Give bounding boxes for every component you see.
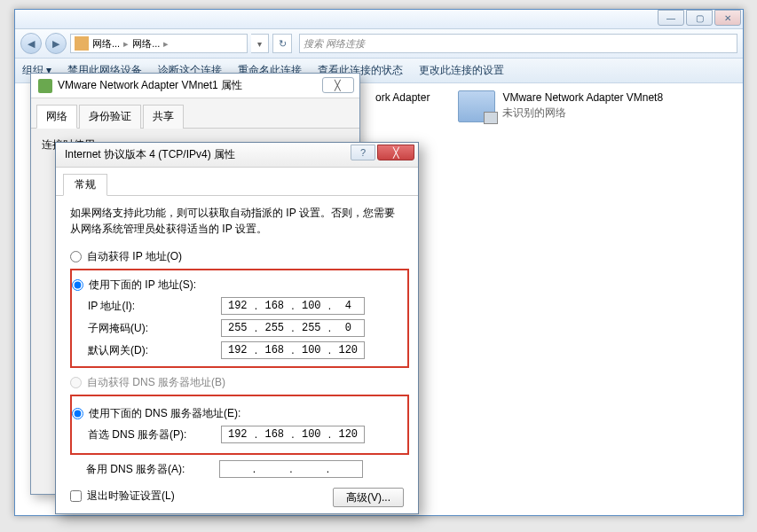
radio-input[interactable] (70, 251, 82, 262)
breadcrumb-seg[interactable]: 网络... (92, 37, 120, 51)
adapter-icon (458, 90, 495, 122)
radio-auto-dns: 自动获得 DNS 服务器地址(B) (70, 375, 404, 390)
dialog-titlebar: VMware Network Adapter VMnet1 属性 ╳ (31, 74, 359, 98)
minimize-button[interactable]: — (658, 10, 684, 26)
adapter-item[interactable]: ork Adapter (375, 90, 430, 106)
breadcrumb-seg[interactable]: 网络... (132, 37, 160, 51)
nav-back-button[interactable]: ◀ (20, 33, 42, 54)
radio-input[interactable] (72, 279, 83, 291)
adapter-item[interactable]: VMware Network Adapter VMnet8 未识别的网络 (458, 90, 663, 122)
gateway-input[interactable]: 192. 168. 100. 120 (221, 341, 365, 359)
mask-input[interactable]: 255. 255. 255. 0 (221, 319, 365, 337)
tab-share[interactable]: 共享 (143, 105, 184, 129)
explorer-titlebar: — ▢ ✕ (15, 10, 743, 29)
search-placeholder: 搜索 网络连接 (304, 37, 365, 51)
explorer-navbar: ◀ ▶ 网络... ▸ 网络... ▸ ▾ ↻ 搜索 网络连接 (15, 29, 743, 59)
radio-label: 使用下面的 IP 地址(S): (89, 278, 196, 293)
close-button[interactable]: ✕ (714, 10, 741, 26)
radio-label: 使用下面的 DNS 服务器地址(E): (89, 406, 241, 421)
nav-forward-button[interactable]: ▶ (45, 33, 67, 54)
radio-use-ip[interactable]: 使用下面的 IP 地址(S): (72, 278, 402, 293)
address-bar[interactable]: 网络... ▸ 网络... ▸ (70, 34, 248, 53)
dialog-title: VMware Network Adapter VMnet1 属性 (58, 78, 242, 93)
tab-general[interactable]: 常规 (63, 174, 107, 196)
toolbar-change[interactable]: 更改此连接的设置 (419, 63, 504, 78)
ipv4-properties-dialog: Internet 协议版本 4 (TCP/IPv4) 属性 ? ╳ 常规 如果网… (55, 142, 419, 514)
addr-dropdown[interactable]: ▾ (251, 34, 269, 53)
advanced-button[interactable]: 高级(V)... (333, 488, 404, 507)
dialog-tabs: 常规 (56, 168, 418, 196)
mask-label: 子网掩码(U): (72, 321, 214, 336)
radio-auto-ip[interactable]: 自动获得 IP 地址(O) (70, 249, 404, 264)
highlight-box-ip: 使用下面的 IP 地址(S): IP 地址(I): 192. 168. 100.… (70, 269, 409, 368)
tab-auth[interactable]: 身份验证 (79, 105, 141, 129)
validate-checkbox[interactable] (70, 490, 82, 502)
chevron-right-icon: ▸ (163, 38, 169, 50)
ip-label: IP 地址(I): (72, 299, 214, 314)
gateway-label: 默认网关(D): (72, 343, 214, 358)
dialog-body: 如果网络支持此功能，则可以获取自动指派的 IP 设置。否则，您需要从网络系统管理… (56, 196, 418, 525)
dialog-titlebar: Internet 协议版本 4 (TCP/IPv4) 属性 ? ╳ (56, 143, 418, 168)
checkbox-label: 退出时验证设置(L) (87, 489, 175, 504)
tab-network[interactable]: 网络 (36, 105, 77, 129)
radio-input[interactable] (72, 408, 83, 419)
adapter-icon (38, 79, 52, 93)
dialog-title: Internet 协议版本 4 (TCP/IPv4) 属性 (65, 147, 235, 162)
ip-input[interactable]: 192. 168. 100. 4 (221, 297, 365, 315)
refresh-button[interactable]: ↻ (272, 34, 292, 53)
close-button[interactable]: ╳ (377, 145, 414, 160)
radio-label: 自动获得 DNS 服务器地址(B) (87, 375, 225, 390)
radio-label: 自动获得 IP 地址(O) (87, 249, 182, 264)
dialog-footer: 确定 取消 (56, 525, 418, 532)
dns2-input[interactable]: . . . (219, 460, 363, 478)
help-button[interactable]: ? (351, 145, 375, 160)
maximize-button[interactable]: ▢ (686, 10, 713, 26)
dns1-label: 首选 DNS 服务器(P): (72, 427, 214, 442)
adapter-name: ork Adapter (375, 90, 430, 106)
dns1-input[interactable]: 192. 168. 100. 120 (221, 426, 365, 443)
radio-input (70, 377, 82, 388)
dialog-tabs: 网络 身份验证 共享 (31, 98, 359, 129)
description-text: 如果网络支持此功能，则可以获取自动指派的 IP 设置。否则，您需要从网络系统管理… (70, 205, 404, 237)
adapter-name: VMware Network Adapter VMnet8 (502, 90, 663, 106)
folder-icon (75, 36, 89, 51)
close-button[interactable]: ╳ (322, 77, 354, 93)
highlight-box-dns: 使用下面的 DNS 服务器地址(E): 首选 DNS 服务器(P): 192. … (70, 395, 409, 455)
adapter-status: 未识别的网络 (502, 106, 663, 121)
chevron-right-icon: ▸ (123, 38, 129, 50)
search-input[interactable]: 搜索 网络连接 (299, 34, 737, 53)
radio-use-dns[interactable]: 使用下面的 DNS 服务器地址(E): (72, 406, 402, 421)
dns2-label: 备用 DNS 服务器(A): (70, 462, 212, 477)
